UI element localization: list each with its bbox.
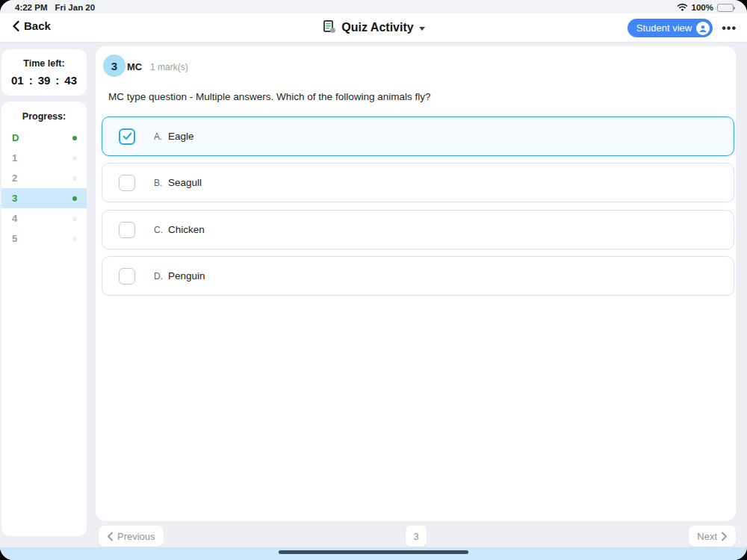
status-dot [72, 237, 77, 241]
checkbox-icon[interactable] [119, 175, 135, 191]
bottom-strip [0, 547, 747, 560]
back-button[interactable]: Back [12, 19, 51, 32]
date: Fri Jan 20 [55, 3, 95, 12]
option-letter: D. [154, 271, 166, 281]
next-label: Next [697, 531, 717, 542]
progress-item-3[interactable]: 3 [1, 188, 87, 208]
option-text: Seagull [168, 177, 202, 188]
option-letter: C. [154, 225, 166, 235]
status-dot [72, 156, 77, 161]
status-dot [72, 176, 77, 181]
option-letter: A. [154, 131, 166, 142]
page-title: Quiz Activity [341, 21, 413, 34]
timer-value: 01 : 39 : 43 [1, 74, 87, 87]
progress-item-d[interactable]: D [1, 128, 87, 148]
chevron-down-icon[interactable] [419, 27, 425, 31]
question-number-badge: 3 [103, 55, 125, 77]
student-view-label: Student view [636, 22, 692, 34]
question-marks: 1 mark(s) [150, 62, 188, 72]
chevron-left-icon [107, 532, 114, 541]
chevron-right-icon [721, 532, 728, 541]
more-menu-button[interactable]: ••• [722, 19, 737, 37]
status-dot [72, 136, 77, 140]
clock: 4:22 PM [15, 3, 47, 12]
avatar-icon [696, 22, 710, 35]
question-card: 3 MC 1 mark(s) MC type question - Multip… [96, 46, 736, 521]
option-c-chicken[interactable]: C. Chicken [102, 210, 734, 249]
status-dot [72, 217, 77, 221]
checkbox-icon[interactable] [119, 222, 135, 238]
question-text: MC type question - Multiple answers. Whi… [108, 91, 430, 102]
status-dot [72, 196, 77, 201]
previous-button[interactable]: Previous [99, 526, 164, 547]
progress-panel: Progress: D 1 2 3 4 5 [1, 102, 87, 536]
question-type: MC [127, 61, 142, 72]
wifi-icon [677, 3, 688, 13]
next-button[interactable]: Next [689, 526, 736, 547]
progress-item-5[interactable]: 5 [1, 228, 87, 249]
pagination-bar: Previous 3 Next [96, 521, 747, 547]
ipad-screen: 4:22 PM Fri Jan 20 100% Back [0, 0, 747, 560]
back-label: Back [24, 19, 51, 32]
progress-item-4[interactable]: 4 [1, 208, 87, 228]
timer-seconds: 43 [64, 74, 77, 87]
progress-list: D 1 2 3 4 5 [1, 128, 87, 249]
option-letter: B. [154, 178, 166, 188]
timer-card: Time left: 01 : 39 : 43 [1, 49, 87, 96]
option-text: Eagle [168, 131, 194, 142]
current-page-indicator: 3 [406, 526, 427, 547]
battery-percent: 100% [692, 3, 713, 12]
checkbox-icon[interactable] [119, 268, 135, 284]
previous-label: Previous [117, 531, 155, 542]
student-view-button[interactable]: Student view [627, 19, 713, 37]
quiz-activity-icon [322, 19, 336, 37]
chevron-left-icon [12, 20, 20, 32]
option-a-eagle[interactable]: A. Eagle [102, 116, 734, 156]
timer-hours: 01 [11, 74, 24, 87]
timer-minutes: 39 [38, 74, 51, 87]
checkbox-icon[interactable] [119, 128, 135, 145]
option-text: Chicken [168, 224, 205, 235]
header: Back Quiz Activity Student view [0, 13, 747, 43]
option-text: Penguin [168, 270, 205, 281]
battery-icon [717, 4, 734, 12]
option-b-seagull[interactable]: B. Seagull [102, 163, 734, 202]
timer-label: Time left: [1, 58, 87, 69]
progress-label: Progress: [1, 102, 87, 122]
option-d-penguin[interactable]: D. Penguin [102, 256, 734, 296]
home-indicator[interactable] [279, 550, 468, 554]
progress-item-1[interactable]: 1 [1, 148, 87, 168]
status-bar: 4:22 PM Fri Jan 20 100% [0, 0, 747, 13]
progress-item-2[interactable]: 2 [1, 168, 87, 188]
